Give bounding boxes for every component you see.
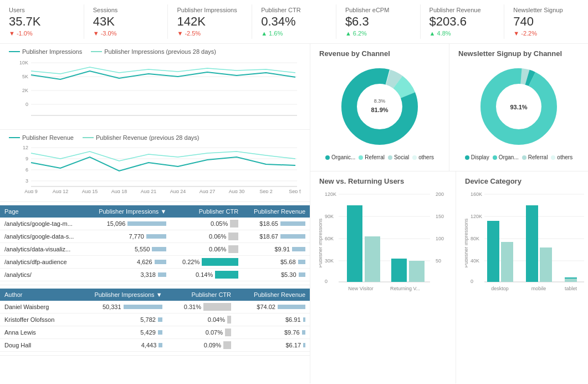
impressions-chart-section: Publisher Impressions Publisher Impressi… (0, 44, 310, 130)
legend-revenue-line-dark (9, 137, 20, 138)
svg-text:0: 0 (25, 102, 28, 107)
svg-text:120K: 120K (471, 214, 482, 219)
svg-text:Aug 24: Aug 24 (170, 189, 186, 193)
ctr-cell: 0.31% (167, 301, 236, 314)
device-category-chart: 160K 120K 80K 40K 0 200 150 100 50 (465, 188, 588, 299)
metric-pub-ecpm-value: $6.3 (345, 14, 411, 29)
bar-mobile-sessions (540, 247, 552, 282)
metric-pub-revenue-change: 4.8% (430, 30, 495, 37)
svg-text:Aug 18: Aug 18 (111, 189, 127, 193)
legend-organic-dot (325, 155, 330, 160)
legend-revenue-prev-label: Publisher Revenue (previous 28 days) (96, 134, 200, 141)
metric-users: Users 35.7K -1.0% (0, 4, 84, 39)
metric-sessions: Sessions 43K -3.0% (84, 4, 168, 39)
metric-sessions-label: Sessions (93, 7, 159, 13)
legend-impressions-prev-label: Publisher Impressions (previous 28 days) (104, 48, 216, 55)
metric-sessions-value: 43K (93, 14, 159, 29)
bar-returning-impressions (391, 259, 407, 282)
impressions-cell: 4,626 (86, 256, 171, 269)
svg-text:80K: 80K (471, 236, 479, 241)
metric-newsletter: Newsletter Signup 740 -2.2% (504, 4, 588, 39)
revenue-cell: $9.76 (236, 326, 310, 339)
authors-table-body: Daniel Waisberg 50,331 0.31% $74.02 Kris… (0, 301, 310, 352)
metric-pub-impressions-label: Publisher Impressions (177, 7, 243, 13)
new-returning-block: New vs. Returning Users 120K 90K 60K 30K… (310, 171, 456, 383)
newsletter-channel-block: Newsletter Signup by Channel 93.1% (449, 44, 588, 171)
impressions-cell: 50,331 (73, 301, 167, 314)
svg-text:New Visitor: New Visitor (348, 286, 373, 291)
svg-text:Sep 2: Sep 2 (259, 189, 273, 193)
svg-text:160K: 160K (471, 191, 482, 197)
left-panel: Publisher Impressions Publisher Impressi… (0, 44, 310, 383)
pages-table-section: Page Publisher Impressions ▼ Publisher C… (0, 202, 310, 285)
revenue-cell: $6.91 (236, 314, 310, 326)
svg-text:8.3%: 8.3% (374, 98, 386, 104)
author-cell: Anna Lewis (0, 326, 73, 339)
legend-line-dark (9, 51, 20, 52)
metric-pub-ecpm: Publisher eCPM $6.3 6.2% (336, 4, 421, 39)
table-row: /analytics/ 3,318 0.14% $5.30 (0, 269, 310, 281)
legend-display: Display (465, 154, 489, 160)
svg-text:mobile: mobile (531, 286, 546, 291)
bar-returning-sessions (409, 261, 425, 282)
svg-text:0: 0 (325, 279, 328, 284)
revenue-cell: $6.17 (236, 339, 310, 352)
legend-referral: Referral (359, 154, 385, 160)
legend-organ-label: Organ... (499, 154, 519, 160)
metric-pub-revenue-value: $203.6 (430, 14, 495, 29)
table-row: /analytics/data-visualiz... 5,550 0.06% … (0, 243, 310, 256)
ctr-cell: 0.04% (167, 314, 236, 326)
ctr-cell: 0.14% (171, 269, 243, 281)
page-cell: /analytics/google-tag-m... (0, 218, 86, 230)
impressions-legend: Publisher Impressions Publisher Impressi… (9, 48, 301, 55)
device-category-block: Device Category 160K 120K 80K 40K 0 200 … (456, 171, 588, 383)
pages-col-page: Page (0, 205, 86, 218)
svg-text:90K: 90K (325, 214, 334, 219)
legend-impressions-current: Publisher Impressions (9, 48, 82, 55)
metric-users-change: -1.0% (9, 30, 75, 37)
metric-pub-impressions-value: 142K (177, 14, 243, 29)
bar-mobile-impressions (526, 205, 538, 282)
svg-text:Sep 5: Sep 5 (289, 189, 301, 193)
table-row: /analytics/google-tag-m... 15,096 0.05% … (0, 218, 310, 230)
revenue-channel-block: Revenue by Channel (310, 44, 449, 171)
new-returning-chart: 120K 90K 60K 30K 0 200 150 100 50 (319, 188, 447, 299)
legend-social-label: Social (394, 154, 409, 160)
pages-table: Page Publisher Impressions ▼ Publisher C… (0, 205, 310, 281)
revenue-cell: $18.65 (243, 218, 310, 230)
metric-pub-ecpm-label: Publisher eCPM (345, 7, 411, 13)
right-panel: Revenue by Channel (310, 44, 588, 383)
revenue-donut-legend: Organic... Referral Social others (325, 154, 434, 160)
revenue-donut-container: 8.3% 81.9% Organic... Referral (319, 62, 440, 160)
impressions-cell: 4,443 (73, 339, 167, 352)
svg-text:200: 200 (436, 191, 444, 197)
authors-col-author: Author (0, 289, 73, 301)
authors-col-ctr: Publisher CTR (167, 289, 236, 301)
impressions-cell: 5,550 (86, 243, 171, 256)
legend-organic: Organic... (325, 154, 355, 160)
svg-text:50: 50 (436, 258, 441, 264)
svg-text:Aug 12: Aug 12 (53, 189, 69, 193)
newsletter-donut-chart: 93.1% (474, 62, 563, 151)
legend-nl-others-dot (551, 155, 555, 160)
author-cell: Daniel Waisberg (0, 301, 73, 314)
svg-text:Aug 27: Aug 27 (200, 189, 216, 193)
impressions-cell: 15,096 (86, 218, 171, 230)
impressions-cell: 3,318 (86, 269, 171, 281)
authors-table: Author Publisher Impressions ▼ Publisher… (0, 289, 310, 352)
ctr-cell: 0.07% (167, 326, 236, 339)
legend-impressions-label: Publisher Impressions (22, 48, 82, 55)
legend-others-label: others (418, 154, 434, 160)
svg-text:120K: 120K (325, 191, 336, 197)
metric-pub-ecpm-change: 6.2% (345, 30, 411, 37)
pages-col-impressions: Publisher Impressions ▼ (86, 205, 171, 218)
page-cell: /analytics/dfp-audience (0, 256, 86, 269)
svg-text:12: 12 (23, 145, 28, 150)
legend-social-dot (388, 155, 392, 160)
metric-pub-ctr-value: 0.34% (261, 14, 327, 29)
bar-charts-row: New vs. Returning Users 120K 90K 60K 30K… (310, 171, 588, 383)
metric-pub-revenue: Publisher Revenue $203.6 4.8% (421, 4, 505, 39)
table-row: /analytics/google-data-s... 7,770 0.06% … (0, 230, 310, 243)
table-row: Daniel Waisberg 50,331 0.31% $74.02 (0, 301, 310, 314)
table-row: Kristoffer Olofsson 5,782 0.04% $6.91 (0, 314, 310, 326)
